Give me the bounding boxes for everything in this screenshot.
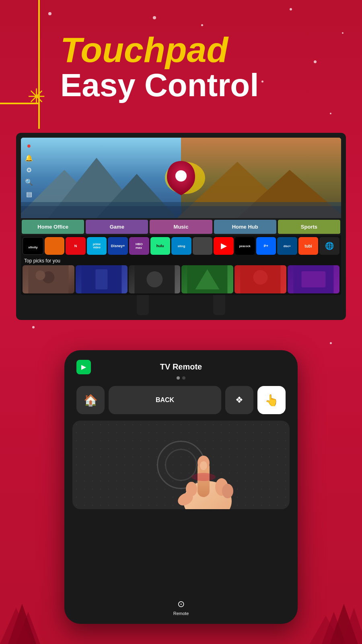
top-picks-label: Top picks for you: [21, 256, 341, 265]
tv-gallery-icon: ▤: [25, 190, 33, 198]
home-button[interactable]: 🏠: [76, 386, 105, 414]
phone-title: TV Remote: [160, 362, 202, 372]
app-globe[interactable]: 🌐: [319, 237, 339, 255]
touchpad-icon: 👆: [265, 394, 279, 407]
stand-leg-right: [213, 295, 225, 315]
app-icon-2[interactable]: [45, 237, 65, 255]
svg-text:xfinity: xfinity: [28, 246, 38, 249]
dot-1: [177, 376, 180, 380]
app-grid: xfinity N primevideo Disney+ HBOmax hulu…: [21, 235, 341, 256]
app-youtube[interactable]: ▶: [214, 237, 234, 255]
nav-tab-home-hub[interactable]: Home Hub: [214, 220, 276, 234]
pick-thumb-2[interactable]: [76, 265, 128, 293]
snow-dot: [330, 113, 331, 114]
tv-background-image: ● 🔔 ⚙ 🔍 ▤: [21, 138, 341, 218]
svg-rect-18: [95, 269, 107, 289]
back-label: BACK: [156, 396, 174, 404]
svg-point-24: [253, 270, 268, 285]
pick-thumb-1[interactable]: [23, 265, 74, 293]
header-section: Touchpad Easy Control: [60, 32, 346, 103]
tv-left-icons: ● 🔔 ⚙ 🔍 ▤: [25, 142, 33, 198]
app-tubi[interactable]: tubi: [298, 237, 319, 255]
nav-tab-music[interactable]: Music: [150, 220, 212, 234]
hand-gesture: [163, 437, 252, 509]
snow-dot: [32, 326, 35, 328]
app-peacock[interactable]: peacock: [235, 237, 255, 255]
svg-rect-10: [21, 206, 341, 218]
tv-settings-icon: ⚙: [25, 166, 33, 174]
app-sling[interactable]: sling: [171, 237, 191, 255]
app-hbo[interactable]: HBOmax: [129, 237, 149, 255]
svg-rect-26: [302, 271, 326, 287]
pick-thumb-5[interactable]: [234, 265, 286, 293]
remote-nav-label: Remote: [173, 611, 189, 616]
nav-tab-game[interactable]: Game: [86, 220, 148, 234]
snow-dot: [290, 8, 292, 10]
stand-leg-left: [137, 295, 149, 315]
svg-point-31: [222, 484, 233, 498]
pick-thumb-4[interactable]: [181, 265, 233, 293]
nav-tab-sports[interactable]: Sports: [278, 220, 340, 234]
app-apple[interactable]: [193, 237, 213, 255]
snow-dot: [201, 24, 203, 26]
title-touchpad: Touchpad: [60, 32, 346, 68]
remote-nav-icon: ⊙: [177, 599, 185, 609]
home-icon: 🏠: [84, 394, 98, 407]
menu-icon: ❖: [235, 395, 243, 405]
snow-dot: [330, 342, 332, 344]
page-indicator: [72, 376, 290, 380]
tv-frame: ● 🔔 ⚙ 🔍 ▤: [16, 133, 346, 320]
title-easy-control: Easy Control: [60, 68, 346, 103]
app-xfinity[interactable]: xfinity: [23, 237, 43, 255]
svg-point-16: [35, 270, 45, 280]
svg-point-34: [200, 461, 207, 470]
snow-dot: [48, 12, 51, 15]
tv-nav-tabs: Home Office Game Music Home Hub Sports: [21, 218, 341, 235]
top-picks-row: [21, 265, 341, 295]
tv-container: ● 🔔 ⚙ 🔍 ▤: [16, 133, 346, 320]
tv-search-icon: 🔍: [25, 178, 33, 186]
yellow-decoration-vertical: [38, 0, 40, 129]
star-burst-icon: ✳: [24, 85, 48, 109]
app-disney[interactable]: Disney+: [108, 237, 128, 255]
app-netflix[interactable]: N: [66, 237, 86, 255]
svg-point-35: [191, 473, 216, 481]
dot-2: [182, 376, 185, 380]
pick-thumb-3[interactable]: [129, 265, 181, 293]
bottom-navigation: ⊙ Remote: [72, 599, 290, 616]
back-button[interactable]: BACK: [109, 386, 221, 414]
menu-button[interactable]: ❖: [225, 386, 253, 414]
phone-app-icon: ▶: [76, 360, 91, 374]
app-hulu[interactable]: hulu: [150, 237, 171, 255]
svg-point-11: [175, 170, 187, 182]
tv-screen: ● 🔔 ⚙ 🔍 ▤: [21, 138, 341, 295]
touchpad-area[interactable]: [72, 421, 290, 509]
tv-notification-icon: 🔔: [25, 154, 33, 162]
phone-header: ▶ TV Remote: [72, 358, 290, 374]
nav-item-remote[interactable]: ⊙ Remote: [173, 599, 189, 616]
phone-frame: ▶ TV Remote 🏠 BACK ❖ 👆: [64, 350, 298, 624]
app-prime[interactable]: primevideo: [87, 237, 107, 255]
lg-pointer: [165, 160, 197, 196]
touchpad-button[interactable]: 👆: [257, 386, 286, 414]
nav-tab-home-office[interactable]: Home Office: [22, 220, 84, 234]
app-discovery[interactable]: disc+: [277, 237, 297, 255]
snow-dot: [153, 16, 156, 19]
remote-buttons-row: 🏠 BACK ❖ 👆: [72, 386, 290, 414]
tv-stand: [21, 295, 341, 315]
svg-point-20: [146, 271, 162, 287]
app-paramount[interactable]: P+: [256, 237, 276, 255]
phone-container: ▶ TV Remote 🏠 BACK ❖ 👆: [64, 350, 298, 644]
tv-record-icon: ●: [25, 142, 33, 150]
pick-thumb-6[interactable]: [288, 265, 339, 293]
